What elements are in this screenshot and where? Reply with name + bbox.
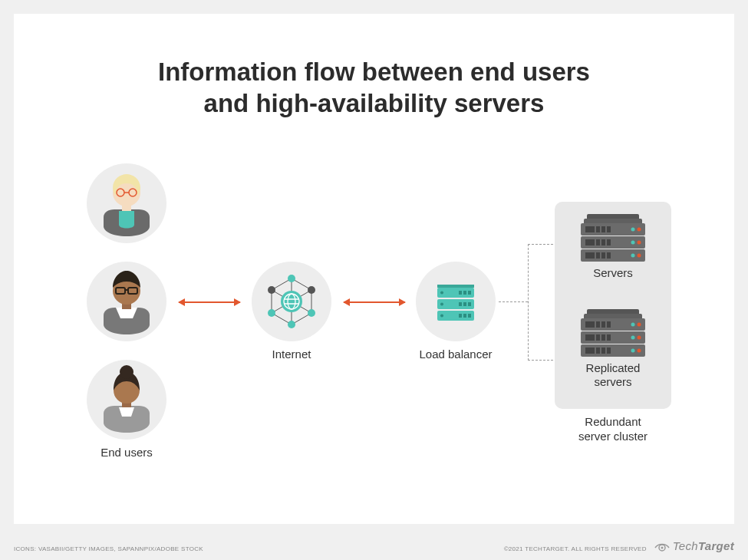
svg-rect-75	[596, 321, 600, 328]
techtarget-logo: TechTarget	[654, 539, 734, 552]
svg-rect-41	[463, 314, 466, 318]
person-icon	[87, 262, 166, 341]
person-icon	[87, 360, 166, 440]
svg-point-88	[631, 336, 635, 340]
footer-right: ©2021 TECHTARGET. ALL RIGHTS RESERVED Te…	[504, 539, 734, 552]
svg-rect-83	[596, 348, 600, 354]
svg-point-63	[631, 228, 635, 232]
load-balancer-icon	[416, 262, 496, 341]
svg-point-20	[288, 321, 295, 328]
svg-point-23	[268, 309, 275, 317]
svg-rect-37	[459, 302, 462, 306]
user-avatar-1	[87, 163, 166, 243]
svg-point-65	[631, 241, 635, 245]
svg-rect-74	[585, 321, 595, 328]
svg-point-44	[440, 303, 443, 306]
connector-top	[528, 244, 557, 245]
svg-rect-58	[607, 239, 611, 245]
arrow-internet-lb	[344, 301, 405, 303]
user-avatar-3	[87, 360, 166, 440]
svg-rect-36	[468, 291, 471, 295]
svg-point-93	[661, 546, 663, 548]
svg-rect-77	[607, 321, 611, 328]
svg-rect-55	[585, 239, 595, 245]
svg-rect-56	[596, 239, 600, 245]
footer-copyright: ©2021 TECHTARGET. ALL RIGHTS RESERVED	[504, 545, 647, 552]
svg-rect-85	[607, 348, 611, 354]
svg-rect-53	[601, 226, 605, 232]
server-cluster-box: Servers	[555, 202, 671, 409]
load-balancer-label: Load balancer	[407, 348, 505, 361]
connector-vertical	[528, 244, 529, 361]
svg-rect-84	[601, 348, 605, 354]
svg-point-87	[638, 323, 641, 327]
servers-icon	[578, 212, 648, 262]
svg-point-64	[638, 228, 641, 232]
replicated-servers-label: Replicatedservers	[555, 361, 671, 389]
svg-point-21	[268, 286, 275, 294]
svg-rect-76	[601, 321, 605, 328]
network-globe-icon	[252, 262, 331, 341]
svg-point-45	[440, 315, 443, 318]
internet-label: Internet	[252, 348, 331, 361]
servers-label: Servers	[555, 266, 671, 279]
svg-rect-62	[607, 252, 611, 259]
svg-rect-34	[459, 291, 462, 295]
eye-icon	[654, 541, 670, 552]
svg-point-67	[631, 254, 635, 258]
svg-point-24	[308, 309, 315, 317]
end-users-label: End users	[87, 446, 166, 459]
svg-point-86	[631, 323, 635, 327]
internet-node	[252, 262, 331, 341]
svg-rect-35	[463, 291, 466, 295]
svg-rect-80	[601, 334, 605, 341]
svg-point-9	[120, 365, 133, 379]
cluster-label: Redundantserver cluster	[555, 415, 671, 444]
svg-rect-38	[463, 302, 466, 306]
svg-rect-78	[585, 334, 595, 341]
svg-point-91	[638, 349, 641, 353]
svg-point-22	[308, 286, 315, 294]
svg-rect-33	[437, 285, 474, 288]
svg-rect-79	[596, 334, 600, 341]
svg-point-66	[638, 241, 641, 245]
diagram-title: Information flow between end usersand hi…	[14, 14, 734, 120]
arrow-users-internet	[179, 301, 240, 303]
svg-point-43	[440, 292, 443, 295]
svg-rect-54	[607, 226, 611, 232]
svg-rect-42	[468, 314, 471, 318]
svg-rect-59	[585, 252, 595, 259]
svg-rect-82	[585, 348, 595, 354]
svg-rect-60	[596, 252, 600, 259]
load-balancer-node	[416, 262, 496, 341]
connector-lb-split	[499, 301, 528, 302]
svg-point-19	[288, 275, 295, 282]
svg-point-89	[638, 336, 641, 340]
user-avatar-2	[87, 262, 166, 341]
svg-rect-81	[607, 334, 611, 341]
person-icon	[87, 163, 166, 243]
connector-bottom	[528, 360, 557, 361]
svg-rect-57	[601, 239, 605, 245]
svg-rect-52	[596, 226, 600, 232]
svg-rect-51	[585, 226, 595, 232]
svg-rect-61	[601, 252, 605, 259]
diagram-card: Information flow between end usersand hi…	[14, 14, 734, 524]
footer: ICONS: VASABII/GETTY IMAGES, SAPANNPIX/A…	[14, 539, 734, 552]
footer-credits: ICONS: VASABII/GETTY IMAGES, SAPANNPIX/A…	[14, 545, 203, 552]
replicated-servers-icon	[578, 308, 648, 357]
diagram-stage: End users	[14, 163, 734, 486]
svg-rect-39	[468, 302, 471, 306]
svg-point-68	[638, 254, 641, 258]
svg-rect-40	[459, 314, 462, 318]
svg-point-90	[631, 349, 635, 353]
